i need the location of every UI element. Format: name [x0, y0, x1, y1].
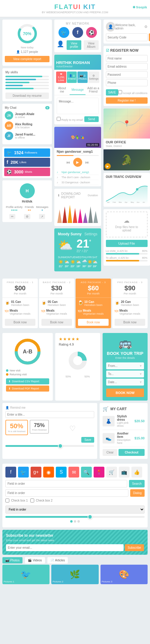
- book-now-button[interactable]: Book now: [115, 319, 145, 326]
- check-input-1[interactable]: [5, 499, 9, 502]
- upload-area[interactable]: ☁ Drop files here to upload: [106, 212, 148, 237]
- facebook-icon-box[interactable]: f: [5, 467, 16, 478]
- pricing-free-body: 🍺 01 Can Heineken been 🍽 Meals Vegetaria…: [2, 298, 38, 328]
- book-now-button[interactable]: BOOK NOW: [106, 389, 144, 397]
- playlist-item[interactable]: ♪ Njan gandavsar_song1: [57, 170, 99, 175]
- tab-videos[interactable]: 🎬 Videos: [25, 557, 45, 563]
- settings-button[interactable]: ⚙ Settings: [88, 72, 99, 83]
- firstname-input[interactable]: [106, 55, 148, 62]
- email-input[interactable]: [106, 63, 148, 70]
- search-icon-box[interactable]: 🔍: [81, 467, 92, 478]
- chat-item[interactable]: JF Jared Frankl... is offline: [5, 132, 50, 140]
- checkout-button[interactable]: Checkout: [118, 449, 145, 456]
- cart-icon: 🛒: [103, 406, 109, 412]
- send-button[interactable]: Send: [84, 116, 98, 122]
- twitter-network-icon[interactable]: 🐦: [58, 27, 69, 38]
- save-button[interactable]: Save: [81, 437, 94, 443]
- tab-add-friend[interactable]: Add as a Friend: [86, 85, 101, 95]
- video-play-button[interactable]: ▶: [105, 163, 111, 169]
- view-report-button[interactable]: View complete report: [5, 56, 50, 62]
- weather-condition: Moody Sunny: [58, 232, 82, 236]
- search-button[interactable]: Search: [129, 480, 145, 487]
- videos-icon: 🎬: [28, 559, 32, 562]
- ring-chart: A-B: [13, 337, 43, 367]
- clear-cart-button[interactable]: Clear: [103, 449, 117, 456]
- form-field-1[interactable]: [5, 480, 127, 487]
- dialog-button[interactable]: Dialog: [130, 489, 145, 497]
- tab-about-me[interactable]: About me: [54, 85, 70, 95]
- trip-date-field[interactable]: [108, 380, 139, 384]
- profile-edit-button[interactable]: ✏: [9, 214, 15, 219]
- dribbble-stat[interactable]: ⚽ 3000 Shots: [4, 168, 50, 176]
- chat-item[interactable]: AR Alex Rolling 3 hr location: [5, 121, 50, 130]
- book-now-button[interactable]: Book now: [5, 319, 35, 326]
- photos-button[interactable]: 📷 3 Photos: [77, 72, 88, 83]
- network-icons: 🐦 f ⚽: [57, 27, 99, 38]
- subscribe-email-input[interactable]: [6, 544, 124, 551]
- form-field-2[interactable]: [5, 489, 128, 497]
- location-icon-box[interactable]: 📍: [94, 467, 104, 478]
- download-pdf-button[interactable]: ⬇ Download PDF Report: [6, 386, 49, 392]
- dribbble-network-icon[interactable]: ⚽: [86, 27, 97, 38]
- meals-icon: 🍽: [78, 309, 82, 313]
- reminder-input[interactable]: [5, 411, 94, 418]
- chat-item[interactable]: JA Joseph Ahale is online: [5, 111, 50, 120]
- playlist-item[interactable]: ♪ The don't care -Jackson: [57, 175, 99, 180]
- register-button[interactable]: Register me !: [106, 97, 148, 104]
- network-card: MY NETWORK 🐦 f ⚽ 👤 View profile View Alb…: [54, 20, 101, 52]
- profile-share-button[interactable]: ↗: [39, 214, 45, 219]
- reply-checkbox[interactable]: [57, 117, 61, 121]
- music-play-button[interactable]: ▶: [73, 158, 82, 167]
- rss-icon-box[interactable]: ◉: [43, 467, 54, 478]
- select-field[interactable]: Field in order: [5, 505, 145, 514]
- skype-icon-box[interactable]: S: [56, 467, 67, 478]
- twitter-icon-box[interactable]: 🐦: [18, 467, 29, 478]
- media-item-3[interactable]: 🎨 Pictures 3: [100, 565, 148, 584]
- file-row-1: La visite_4.425 ko 80%: [106, 249, 148, 255]
- view-profile-button[interactable]: View profile: [67, 40, 81, 50]
- view-album-button[interactable]: View Album: [84, 40, 98, 50]
- music-progress-bar[interactable]: [57, 155, 99, 156]
- playlist-item[interactable]: ♪ 33 Dangerous -Jackson: [57, 180, 99, 185]
- admin-search-button[interactable]: 🔍: [149, 33, 150, 41]
- media-item-2[interactable]: 🌿 Pictures 2: [51, 565, 98, 584]
- trip-to-field[interactable]: [108, 372, 139, 376]
- cart-icon-box[interactable]: 🛒: [106, 467, 117, 478]
- facebook-network-icon[interactable]: f: [72, 27, 83, 38]
- friend-button[interactable]: 👤 0 Friend: [67, 72, 77, 83]
- terms-checkbox[interactable]: [118, 90, 122, 94]
- facebook-stat[interactable]: f 20K Likes: [4, 158, 50, 167]
- music-next-button[interactable]: ⏭: [85, 160, 89, 165]
- check-input-2[interactable]: [30, 499, 34, 502]
- admin-settings-icon[interactable]: ⚙: [144, 25, 148, 29]
- password-input[interactable]: [106, 71, 148, 78]
- tab-articles[interactable]: 📄 Articles: [47, 557, 68, 563]
- email-icon-box[interactable]: ✉: [68, 467, 79, 478]
- book-now-button[interactable]: Book now: [41, 319, 72, 326]
- media-item-1[interactable]: 🐦 Pictures 1: [2, 565, 50, 584]
- music-prev-button[interactable]: ⏮: [66, 160, 70, 165]
- like-icon-box[interactable]: 👍: [131, 467, 142, 478]
- subscribe-button[interactable]: Subscribe: [125, 544, 144, 551]
- download-resume-button[interactable]: Download my resume: [5, 93, 49, 99]
- twitter-stat[interactable]: 🐦 1524 Followers: [4, 148, 50, 157]
- profile-settings-button[interactable]: ⚙: [24, 214, 30, 219]
- tab-photos[interactable]: 📷 Photos: [2, 557, 22, 563]
- message-input[interactable]: [57, 98, 99, 114]
- book-now-button[interactable]: Book now: [78, 319, 109, 326]
- slider-handle-2[interactable]: [88, 514, 92, 519]
- admin-welcome: Welcome back, admin: [115, 23, 144, 30]
- monitor-icon-box[interactable]: 📺: [119, 467, 130, 478]
- weather-settings-label[interactable]: Settings: [84, 232, 97, 236]
- slider-handle[interactable]: [58, 444, 63, 448]
- phone-input[interactable]: [106, 79, 148, 86]
- download-csv-button[interactable]: ⬇ Download CSV Report: [6, 378, 49, 384]
- love-button[interactable]: ❤ 3,291 Love: [56, 72, 66, 83]
- tab-message[interactable]: Message: [70, 85, 86, 95]
- security-code-input[interactable]: [106, 33, 148, 41]
- save-button[interactable]: SAVE: [106, 89, 118, 96]
- upload-file-button[interactable]: Upload File: [106, 240, 148, 247]
- googleplus-icon-box[interactable]: g+: [31, 467, 41, 478]
- trip-from-field[interactable]: [108, 364, 139, 368]
- register-actions: SAVE Accept all conditions: [106, 89, 148, 96]
